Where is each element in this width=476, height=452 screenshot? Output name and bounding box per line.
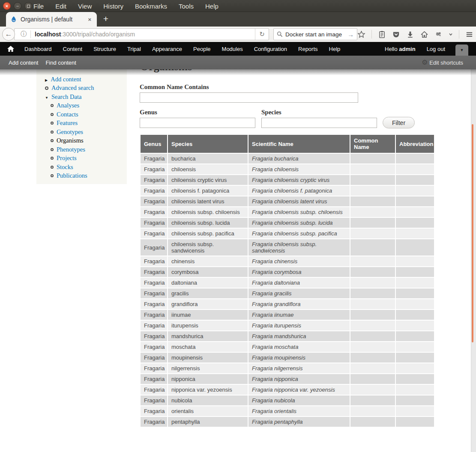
scrollbar-thumb[interactable] <box>472 124 473 342</box>
logout-link[interactable]: Log out <box>427 46 445 52</box>
menu-history[interactable]: History <box>103 3 123 10</box>
edit-shortcuts[interactable]: ⚙ Edit shortcuts <box>422 59 463 66</box>
bookmarks-clipboard-icon[interactable] <box>378 30 386 39</box>
sidebar-item-add-content: Add content <box>45 75 127 84</box>
reload-button[interactable]: ↻ <box>255 29 269 40</box>
leaf-bullet-icon <box>45 86 48 90</box>
menu-help[interactable]: Help <box>205 3 219 10</box>
cell-abbreviation <box>396 310 434 320</box>
circle-bullet-icon <box>51 174 54 177</box>
admin-item-configuration[interactable]: Configuration <box>254 46 287 52</box>
extension-icon[interactable] <box>434 30 443 39</box>
sidebar-link-stocks[interactable]: Stocks <box>57 164 73 171</box>
species-input[interactable] <box>261 118 377 128</box>
sidebar-row-projects: Projects <box>51 154 127 163</box>
table-row: FragariabucharicaFragaria bucharica <box>141 154 434 164</box>
browser-tab[interactable]: Organisms | default × <box>6 12 97 27</box>
search-bar[interactable]: Docker start an image → <box>273 28 357 40</box>
circle-bullet-icon <box>51 139 54 142</box>
download-icon[interactable] <box>406 30 414 39</box>
sidebar-link-search-data[interactable]: Search Data <box>51 93 81 101</box>
browser-window: × − FileEditViewHistoryBookmarksToolsHel… <box>0 0 476 452</box>
admin-item-dashboard[interactable]: Dashboard <box>24 46 52 52</box>
admin-item-help[interactable]: Help <box>329 46 341 52</box>
table-row: Fragariachiloensis subsp. lucidaFragaria… <box>141 218 434 228</box>
column-header-scientific-name: Scientific Name <box>248 135 350 153</box>
genus-input[interactable] <box>140 118 255 128</box>
sidebar-row-genotypes: Genotypes <box>51 128 127 137</box>
sidebar-link-features[interactable]: Features <box>57 119 78 127</box>
cell-common-name <box>350 396 395 405</box>
shortcut-find-content[interactable]: Find content <box>45 59 76 66</box>
sidebar-link-organisms[interactable]: Organisms <box>57 137 84 144</box>
cell-abbreviation <box>396 218 434 228</box>
tab-bar: Organisms | default × + <box>0 12 476 27</box>
browser-menubar: FileEditViewHistoryBookmarksToolsHelp <box>33 0 219 12</box>
collapsed-bullet-icon[interactable] <box>45 76 48 83</box>
admin-home-icon[interactable] <box>7 46 14 52</box>
page-info-icon[interactable]: ⓘ <box>21 30 27 38</box>
sidebar-link-publications[interactable]: Publications <box>57 172 87 179</box>
bookmark-star-icon[interactable] <box>357 30 365 39</box>
filter-button[interactable]: Filter <box>383 117 415 128</box>
cell-common-name <box>350 196 395 206</box>
window-minimize-button[interactable]: − <box>14 2 21 10</box>
cell-scientific-name: Fragaria mandshurica <box>248 331 350 341</box>
search-go-icon[interactable]: → <box>347 31 354 38</box>
cell-scientific-name: Fragaria bucharica <box>248 154 350 164</box>
table-row: Fragariachiloensis cryptic virusFragaria… <box>141 175 434 185</box>
sidebar-link-phenotypes[interactable]: Phenotypes <box>57 146 85 153</box>
sidebar-row-add-content: Add content <box>45 75 127 84</box>
cell-species: chiloensis latent virus <box>168 196 248 206</box>
shortcut-add-content[interactable]: Add content <box>9 59 38 66</box>
url-bar[interactable]: ⓘ localhost :3000/tripal/chado/organism … <box>14 28 269 40</box>
cell-species: grandiflora <box>168 299 248 309</box>
cell-abbreviation <box>396 229 434 238</box>
tab-close-icon[interactable]: × <box>87 16 93 23</box>
admin-menu-items: DashboardContentStructureTripalAppearanc… <box>24 46 340 52</box>
cell-genus: Fragaria <box>141 267 167 277</box>
admin-item-content[interactable]: Content <box>63 46 83 52</box>
window-close-button[interactable]: × <box>3 2 11 10</box>
admin-item-structure[interactable]: Structure <box>93 46 116 52</box>
page-title: Organisms <box>140 69 192 73</box>
toolbar-toggle-button[interactable]: ▼ <box>455 45 468 56</box>
admin-item-modules[interactable]: Modules <box>222 46 243 52</box>
sidebar-link-add-content[interactable]: Add content <box>51 76 81 83</box>
sidebar-link-contacts[interactable]: Contacts <box>57 111 78 118</box>
menu-file[interactable]: File <box>33 3 44 10</box>
expanded-bullet-icon[interactable] <box>45 93 48 101</box>
sidebar-item-projects: Projects <box>51 154 127 163</box>
admin-item-people[interactable]: People <box>193 46 210 52</box>
cell-common-name <box>350 299 395 309</box>
back-button[interactable]: ← <box>2 28 15 41</box>
menu-view[interactable]: View <box>78 3 92 10</box>
sidebar-link-analyses[interactable]: Analyses <box>57 102 79 109</box>
admin-item-reports[interactable]: Reports <box>298 46 318 52</box>
cell-abbreviation <box>396 353 434 363</box>
new-tab-button[interactable]: + <box>100 14 111 24</box>
menu-edit[interactable]: Edit <box>55 3 66 10</box>
search-input[interactable]: Docker start an image <box>285 31 345 38</box>
sidebar-link-projects[interactable]: Projects <box>57 155 77 162</box>
table-body: FragariabucharicaFragaria bucharicaFraga… <box>141 154 434 427</box>
cell-species: chiloensis f. patagonica <box>168 186 248 196</box>
menu-tools[interactable]: Tools <box>179 3 194 10</box>
pocket-icon[interactable] <box>392 30 400 39</box>
cell-species: orientalis <box>168 406 248 416</box>
table-row: FragariadaltonianaFragaria daltoniana <box>141 278 434 288</box>
menu-bookmarks[interactable]: Bookmarks <box>135 3 167 10</box>
cell-species: corymbosa <box>168 267 248 277</box>
chevron-down-icon[interactable] <box>449 32 453 36</box>
hamburger-menu-icon[interactable] <box>465 30 473 39</box>
sidebar-link-advanced-search[interactable]: Advanced search <box>51 84 94 92</box>
admin-item-appearance[interactable]: Appearance <box>152 46 182 52</box>
sidebar-link-genotypes[interactable]: Genotypes <box>57 128 83 136</box>
cell-species: nipponica <box>168 374 248 384</box>
scrollbar-track[interactable] <box>471 69 476 452</box>
home-icon[interactable] <box>420 30 428 39</box>
cell-scientific-name: Fragaria chiloensis subsp. pacifica <box>248 229 350 238</box>
common-name-input[interactable] <box>140 92 358 103</box>
admin-item-tripal[interactable]: Tripal <box>127 46 141 52</box>
window-maximize-button[interactable] <box>24 2 32 10</box>
